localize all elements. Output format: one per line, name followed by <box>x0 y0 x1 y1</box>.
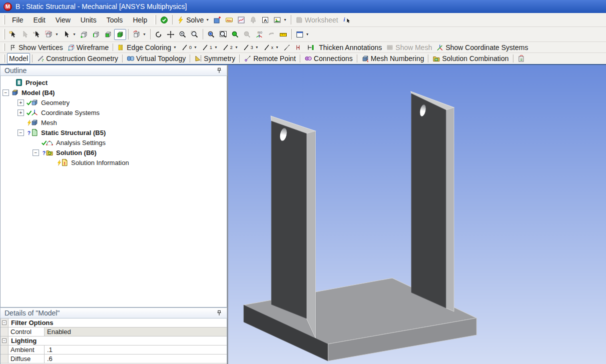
edge-direction-0-button[interactable]: 0▼ <box>179 42 199 53</box>
solution-combination-button[interactable]: Solution Combination <box>430 53 510 64</box>
edge-direction-2-button[interactable]: 2▼ <box>220 42 240 53</box>
edge-direction-x-button[interactable]: x▼ <box>261 42 281 53</box>
tree-item-analysis-settings[interactable]: Analysis Settings <box>1 138 227 148</box>
image-capture-button[interactable]: ▼ <box>271 14 289 26</box>
rotate-button[interactable] <box>153 29 165 40</box>
toolbar-grip[interactable] <box>154 15 156 24</box>
details-row[interactable]: Ambient .1 <box>1 346 227 354</box>
label-select-button[interactable] <box>7 29 19 40</box>
selection-information-button[interactable]: i <box>340 14 352 26</box>
details-value[interactable]: .6 <box>45 354 227 363</box>
symmetry-button[interactable]: Symmetry <box>192 53 237 64</box>
thickness-2-button[interactable] <box>305 42 317 53</box>
title-bar[interactable]: M B : Static Structural - Mechanical [AN… <box>0 0 606 13</box>
virtual-topology-button[interactable]: Virtual Topology <box>125 53 188 64</box>
dropdown-arrow-icon[interactable]: ▼ <box>235 46 238 49</box>
dropdown-arrow-icon[interactable]: ▼ <box>255 46 259 49</box>
show-coordinate-systems-button[interactable]: Show Coordinate Systems <box>434 42 530 53</box>
geometry-viewport[interactable] <box>228 65 606 364</box>
edge-select-button[interactable] <box>90 29 102 40</box>
worksheet-button[interactable]: Worksheet <box>293 14 340 26</box>
tree-item-solution-b6[interactable]: −?Solution (B6) <box>1 148 227 158</box>
thicken-annotations-button[interactable]: Thicken Annotations <box>317 42 384 53</box>
tree-expander-icon[interactable]: − <box>33 150 39 156</box>
tree-item-project[interactable]: Project <box>1 78 227 88</box>
select-mode-button[interactable]: ▼ <box>43 29 61 40</box>
mesh-numbering-button[interactable]: 1Mesh Numbering <box>359 53 426 64</box>
zoom-button[interactable] <box>177 29 189 40</box>
toolbar-grip[interactable] <box>3 29 5 39</box>
dropdown-arrow-icon[interactable]: ▼ <box>73 32 76 36</box>
group-collapse-icon[interactable]: − <box>2 338 7 343</box>
menu-view[interactable]: View <box>51 15 76 25</box>
toolbar-grip[interactable] <box>3 44 5 51</box>
pin-icon[interactable] <box>216 67 223 74</box>
edge-direction-3-button[interactable]: 3▼ <box>240 42 261 53</box>
menu-tools[interactable]: Tools <box>102 15 128 25</box>
zoom-out-button[interactable] <box>241 29 253 40</box>
select-type-button[interactable]: ▼ <box>61 29 78 40</box>
tree-expander-icon[interactable]: − <box>3 90 9 96</box>
viewports-button[interactable]: ▼ <box>294 29 311 40</box>
construction-geometry-button[interactable]: Construction Geometry <box>35 53 120 64</box>
tree-item-solution-information[interactable]: !Solution Information <box>1 158 227 168</box>
dropdown-arrow-icon[interactable]: ▼ <box>275 46 279 49</box>
tree-item-coordinate-systems[interactable]: +Coordinate Systems <box>1 108 227 118</box>
status-ok-button[interactable] <box>158 14 170 26</box>
ruler-button[interactable] <box>277 29 289 40</box>
menu-units[interactable]: Units <box>76 15 102 25</box>
box-zoom-button[interactable] <box>189 29 201 40</box>
details-value[interactable]: .1 <box>45 346 227 354</box>
iso-view-button[interactable]: ISO <box>253 29 265 40</box>
chart-button[interactable] <box>235 14 247 26</box>
thickness-1-button[interactable] <box>293 42 305 53</box>
tree-item-geometry[interactable]: +Geometry <box>1 98 227 108</box>
connections-button[interactable]: Connections <box>302 53 355 64</box>
zoom-to-fit-button[interactable] <box>205 29 217 40</box>
face-select-button[interactable] <box>102 29 114 40</box>
model-left-plate-front-face[interactable] <box>271 121 306 318</box>
menu-edit[interactable]: Edit <box>29 15 51 25</box>
tree-item-model-b4[interactable]: −Model (B4) <box>1 88 227 98</box>
edge-direction-button[interactable] <box>281 42 293 53</box>
show-vertices-button[interactable]: Show Vertices <box>7 42 65 53</box>
model-tab-button[interactable]: Model <box>7 53 30 64</box>
group-collapse-icon[interactable]: − <box>2 320 7 325</box>
dropdown-arrow-icon[interactable]: ▼ <box>143 32 146 36</box>
body-select-button[interactable] <box>114 29 126 40</box>
edge-coloring-button[interactable]: Edge Coloring▼ <box>115 42 179 53</box>
magnifier-window-button[interactable] <box>217 29 229 40</box>
details-group-row[interactable]: − Filter Options <box>1 318 227 328</box>
tree-expander-icon[interactable]: + <box>18 100 24 106</box>
annotation-button[interactable]: Abc <box>223 14 235 26</box>
coordinates-select-button[interactable]: x,y,z <box>31 29 43 40</box>
remote-point-button[interactable]: Remote Point <box>242 53 298 64</box>
pan-button[interactable] <box>165 29 177 40</box>
model-right-plate-side-face[interactable] <box>446 108 454 312</box>
vertex-select-button[interactable] <box>78 29 90 40</box>
dropdown-arrow-icon[interactable]: ▼ <box>55 32 59 36</box>
show-mesh-button[interactable]: Show Mesh <box>384 42 434 53</box>
dropdown-arrow-icon[interactable]: ▼ <box>283 18 287 22</box>
menu-help[interactable]: Help <box>128 15 152 25</box>
dropdown-arrow-icon[interactable]: ▼ <box>214 46 218 49</box>
alert-button[interactable] <box>247 14 259 26</box>
dropdown-arrow-icon[interactable]: ▼ <box>206 18 209 22</box>
details-row[interactable]: Control Enabled <box>1 328 227 336</box>
details-value[interactable]: Enabled <box>45 328 227 336</box>
tree-item-static-structural-b5[interactable]: −?Static Structural (B5) <box>1 128 227 138</box>
model-left-plate-side-face[interactable] <box>306 131 315 338</box>
named-selection-button[interactable] <box>515 53 527 64</box>
menu-file[interactable]: File <box>7 15 29 25</box>
new-chart-button[interactable] <box>211 14 223 26</box>
zoom-in-button[interactable] <box>229 29 241 40</box>
details-group-row[interactable]: − Lighting <box>1 336 227 346</box>
dropdown-arrow-icon[interactable]: ▼ <box>306 32 309 36</box>
toolbar-grip[interactable] <box>3 15 5 24</box>
edge-direction-1-button[interactable]: 1▼ <box>199 42 220 53</box>
dropdown-arrow-icon[interactable]: ▼ <box>194 46 197 49</box>
previous-view-button[interactable] <box>265 29 277 40</box>
tree-item-mesh[interactable]: Mesh <box>1 118 227 128</box>
wireframe-button[interactable]: Wireframe <box>65 42 111 53</box>
solve-button[interactable]: Solve▼ <box>175 14 211 26</box>
